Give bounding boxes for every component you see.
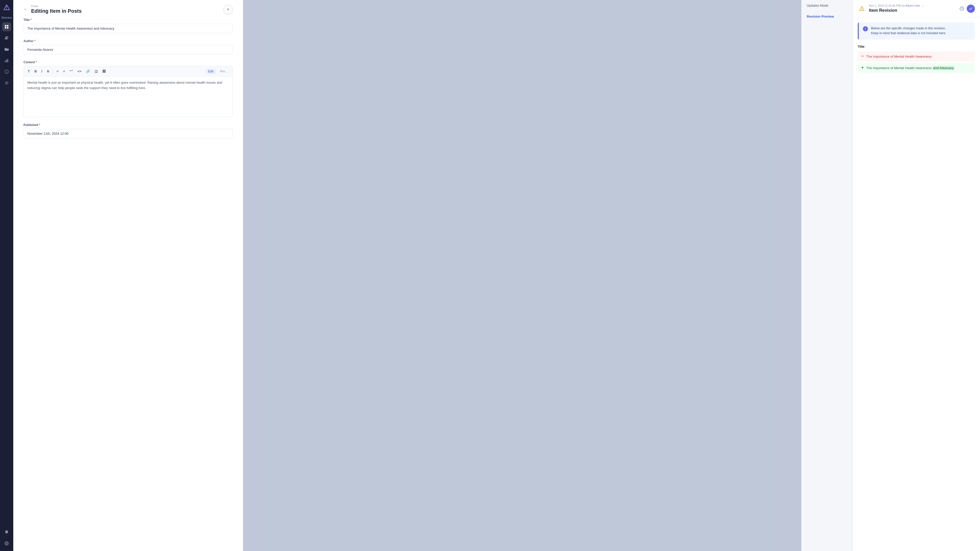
breadcrumb: Posts [31,5,82,8]
title-required: * [30,18,32,22]
revision-meta: Nov 1, 2024 (3:16:36 PM) by Admin User ⌄ [869,4,924,7]
editor-scroll: ← Posts Editing Item in Posts × Title * [13,0,801,551]
title-field-group: Title * [24,18,233,33]
rte-btn-ul[interactable]: ≡ [55,68,60,74]
revision-title: Item Revision [869,8,924,13]
main-content-row: ← Posts Editing Item in Posts × Title * [13,0,980,551]
revision-header-left: Nov 1, 2024 (3:16:36 PM) by Admin User ⌄… [858,4,924,13]
editor-wrapper: ← Posts Editing Item in Posts × Title * [13,0,801,551]
svg-rect-8 [5,61,6,62]
rte-edit-btn[interactable]: Edit [206,68,216,74]
rte-btn-italic[interactable]: I [40,68,44,74]
rte-separator-1 [53,69,53,74]
author-input[interactable] [24,45,233,54]
app-name: Directus [2,16,12,19]
revision-panel-header: Nov 1, 2024 (3:16:36 PM) by Admin User ⌄… [853,0,980,17]
svg-rect-2 [5,25,6,27]
svg-rect-5 [7,27,8,29]
svg-text:i: i [6,71,7,73]
diff-added-text: The Importance of Mental Health Awarenes… [866,65,971,71]
published-field-group: Published * [24,123,233,138]
diff-removed-row: − The Importance of Mental Health Awaren… [858,52,975,62]
sidebar-icon-bell[interactable] [2,527,11,537]
rte-btn-link[interactable]: 🔗 [84,68,92,74]
svg-rect-4 [5,27,6,29]
svg-rect-9 [6,60,7,62]
editor-header: ← Posts Editing Item in Posts × [24,0,233,18]
svg-point-14 [5,541,8,545]
rte-btn-bold[interactable]: B [33,68,38,74]
revision-title-group: Nov 1, 2024 (3:16:36 PM) by Admin User ⌄… [869,4,924,13]
back-button[interactable]: ← [24,6,28,12]
nav-updates-made[interactable]: Updates Made [801,0,852,11]
chevron-down-icon: ⌄ [922,4,924,7]
content-label: Content * [24,60,233,64]
nav-revision-preview[interactable]: Revision Preview [801,11,852,22]
svg-point-15 [6,541,7,545]
editor-panel: ← Posts Editing Item in Posts × Title * [13,0,243,551]
svg-point-20 [862,10,862,10]
rte-preview-btn[interactable]: Pre... [218,68,230,74]
diff-added-symbol: + [861,65,864,70]
diff-removed-text: The Importance of Mental Health Awarenes… [866,54,971,59]
published-input[interactable] [24,129,233,138]
diff-section-title: Title [858,44,975,48]
svg-point-6 [5,37,7,38]
sidebar-icon-info[interactable]: i [2,67,11,76]
rte-content[interactable]: Mental health is just as important as ph… [24,76,233,117]
revision-warning-icon [858,5,866,13]
rte-actions: Edit Pre... [206,68,230,74]
header-title-group: Posts Editing Item in Posts [31,5,82,14]
content-field-group: Content * T B I S ≡ ≡ “” <> 🔗 ◫ [24,60,233,117]
sidebar-icon-settings[interactable] [2,78,11,87]
author-required: * [34,39,35,43]
rte-btn-heading[interactable]: T [26,68,32,74]
page-title: Editing Item in Posts [31,8,82,14]
sidebar-icon-chart[interactable] [2,56,11,65]
diff-added-row: + The Importance of Mental Health Awaren… [858,63,975,73]
svg-point-13 [6,83,7,84]
author-label: Author * [24,39,233,43]
rte-btn-image[interactable]: 🖼 [101,68,107,74]
svg-rect-10 [7,59,8,62]
sidebar-icon-users[interactable] [2,33,11,43]
author-field-group: Author * [24,39,233,54]
revision-header-actions [959,5,975,13]
diff-removed-symbol: − [861,54,864,59]
title-label: Title * [24,18,233,22]
sidebar-icon-folder[interactable] [2,44,11,54]
rte-toolbar: T B I S ≡ ≡ “” <> 🔗 ◫ 🖼 Edit [24,66,233,76]
close-button[interactable]: × [224,5,233,14]
info-icon: i [863,26,868,32]
revision-restore-button[interactable] [967,5,975,13]
sidebar-icon-globe[interactable] [2,539,11,548]
rte-btn-table[interactable]: ◫ [93,68,99,74]
rte-btn-strikethrough[interactable]: S [45,68,51,74]
info-text: Below are the specific changes made in t… [871,26,946,36]
rte-btn-ol[interactable]: ≡ [62,68,67,74]
app-sidebar: Directus i [0,0,13,551]
content-required: * [36,60,37,64]
info-box: i Below are the specific changes made in… [858,22,975,40]
svg-rect-3 [7,25,8,27]
revision-body: i Below are the specific changes made in… [853,17,980,551]
published-required: * [39,123,40,127]
sidebar-icon-grid[interactable] [2,22,11,32]
rte-btn-quote[interactable]: “” [68,68,75,74]
rte-btn-code[interactable]: <> [76,68,83,74]
app-logo[interactable] [2,3,11,12]
revision-history-button[interactable] [959,6,964,11]
svg-point-7 [7,37,8,38]
title-input[interactable] [24,24,233,33]
revision-nav-panel: Updates Made Revision Preview [801,0,853,551]
published-label: Published * [24,123,233,127]
diff-highlight: and Advocacy [932,66,954,70]
revision-panel: Nov 1, 2024 (3:16:36 PM) by Admin User ⌄… [853,0,980,551]
